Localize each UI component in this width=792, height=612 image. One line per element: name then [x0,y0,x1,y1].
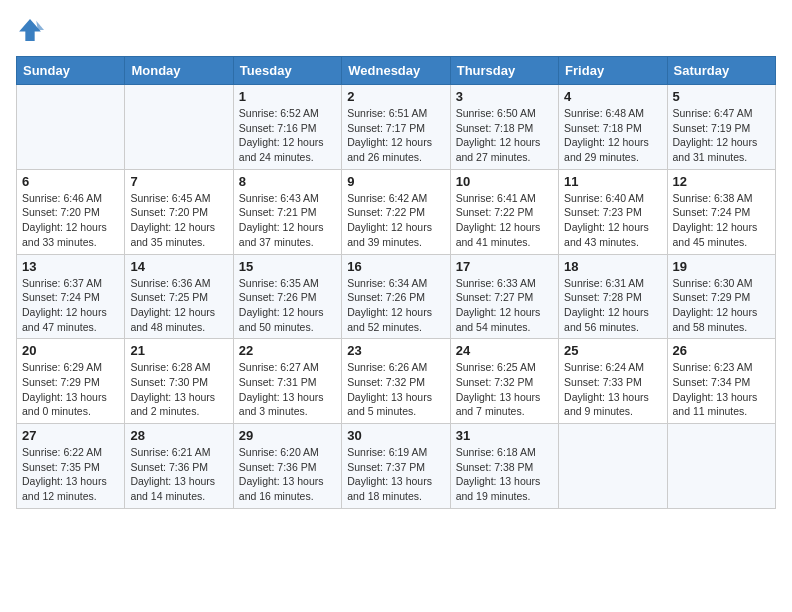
calendar-cell: 23Sunrise: 6:26 AMSunset: 7:32 PMDayligh… [342,339,450,424]
day-number: 13 [22,259,119,274]
day-detail: Sunrise: 6:28 AMSunset: 7:30 PMDaylight:… [130,360,227,419]
calendar-cell: 6Sunrise: 6:46 AMSunset: 7:20 PMDaylight… [17,169,125,254]
day-detail: Sunrise: 6:50 AMSunset: 7:18 PMDaylight:… [456,106,553,165]
calendar-cell: 31Sunrise: 6:18 AMSunset: 7:38 PMDayligh… [450,424,558,509]
day-detail: Sunrise: 6:51 AMSunset: 7:17 PMDaylight:… [347,106,444,165]
day-number: 1 [239,89,336,104]
day-number: 26 [673,343,770,358]
calendar-cell: 28Sunrise: 6:21 AMSunset: 7:36 PMDayligh… [125,424,233,509]
day-number: 12 [673,174,770,189]
calendar-cell: 26Sunrise: 6:23 AMSunset: 7:34 PMDayligh… [667,339,775,424]
calendar-cell: 24Sunrise: 6:25 AMSunset: 7:32 PMDayligh… [450,339,558,424]
day-number: 14 [130,259,227,274]
calendar-cell [17,85,125,170]
week-row-5: 27Sunrise: 6:22 AMSunset: 7:35 PMDayligh… [17,424,776,509]
calendar-cell: 21Sunrise: 6:28 AMSunset: 7:30 PMDayligh… [125,339,233,424]
days-header-row: SundayMondayTuesdayWednesdayThursdayFrid… [17,57,776,85]
day-number: 4 [564,89,661,104]
day-detail: Sunrise: 6:23 AMSunset: 7:34 PMDaylight:… [673,360,770,419]
day-header-friday: Friday [559,57,667,85]
day-detail: Sunrise: 6:34 AMSunset: 7:26 PMDaylight:… [347,276,444,335]
day-detail: Sunrise: 6:38 AMSunset: 7:24 PMDaylight:… [673,191,770,250]
day-number: 22 [239,343,336,358]
week-row-4: 20Sunrise: 6:29 AMSunset: 7:29 PMDayligh… [17,339,776,424]
day-number: 11 [564,174,661,189]
calendar-cell: 10Sunrise: 6:41 AMSunset: 7:22 PMDayligh… [450,169,558,254]
calendar-cell: 27Sunrise: 6:22 AMSunset: 7:35 PMDayligh… [17,424,125,509]
day-detail: Sunrise: 6:18 AMSunset: 7:38 PMDaylight:… [456,445,553,504]
calendar-cell: 13Sunrise: 6:37 AMSunset: 7:24 PMDayligh… [17,254,125,339]
day-number: 30 [347,428,444,443]
day-detail: Sunrise: 6:40 AMSunset: 7:23 PMDaylight:… [564,191,661,250]
logo [16,16,48,44]
day-number: 10 [456,174,553,189]
calendar-cell [559,424,667,509]
calendar-cell: 16Sunrise: 6:34 AMSunset: 7:26 PMDayligh… [342,254,450,339]
calendar-cell: 7Sunrise: 6:45 AMSunset: 7:20 PMDaylight… [125,169,233,254]
day-number: 29 [239,428,336,443]
day-number: 25 [564,343,661,358]
calendar-cell: 17Sunrise: 6:33 AMSunset: 7:27 PMDayligh… [450,254,558,339]
day-detail: Sunrise: 6:21 AMSunset: 7:36 PMDaylight:… [130,445,227,504]
calendar-table: SundayMondayTuesdayWednesdayThursdayFrid… [16,56,776,509]
day-detail: Sunrise: 6:35 AMSunset: 7:26 PMDaylight:… [239,276,336,335]
day-detail: Sunrise: 6:46 AMSunset: 7:20 PMDaylight:… [22,191,119,250]
week-row-2: 6Sunrise: 6:46 AMSunset: 7:20 PMDaylight… [17,169,776,254]
day-number: 28 [130,428,227,443]
day-header-saturday: Saturday [667,57,775,85]
day-detail: Sunrise: 6:42 AMSunset: 7:22 PMDaylight:… [347,191,444,250]
week-row-1: 1Sunrise: 6:52 AMSunset: 7:16 PMDaylight… [17,85,776,170]
calendar-cell [667,424,775,509]
day-detail: Sunrise: 6:20 AMSunset: 7:36 PMDaylight:… [239,445,336,504]
day-header-monday: Monday [125,57,233,85]
calendar-cell: 12Sunrise: 6:38 AMSunset: 7:24 PMDayligh… [667,169,775,254]
day-number: 9 [347,174,444,189]
day-detail: Sunrise: 6:52 AMSunset: 7:16 PMDaylight:… [239,106,336,165]
logo-icon [16,16,44,44]
day-detail: Sunrise: 6:47 AMSunset: 7:19 PMDaylight:… [673,106,770,165]
day-number: 5 [673,89,770,104]
day-number: 7 [130,174,227,189]
calendar-cell: 5Sunrise: 6:47 AMSunset: 7:19 PMDaylight… [667,85,775,170]
day-header-wednesday: Wednesday [342,57,450,85]
day-header-thursday: Thursday [450,57,558,85]
week-row-3: 13Sunrise: 6:37 AMSunset: 7:24 PMDayligh… [17,254,776,339]
calendar-cell: 14Sunrise: 6:36 AMSunset: 7:25 PMDayligh… [125,254,233,339]
day-detail: Sunrise: 6:19 AMSunset: 7:37 PMDaylight:… [347,445,444,504]
day-number: 21 [130,343,227,358]
calendar-cell: 25Sunrise: 6:24 AMSunset: 7:33 PMDayligh… [559,339,667,424]
day-detail: Sunrise: 6:48 AMSunset: 7:18 PMDaylight:… [564,106,661,165]
day-number: 6 [22,174,119,189]
calendar-cell: 15Sunrise: 6:35 AMSunset: 7:26 PMDayligh… [233,254,341,339]
day-detail: Sunrise: 6:27 AMSunset: 7:31 PMDaylight:… [239,360,336,419]
day-detail: Sunrise: 6:43 AMSunset: 7:21 PMDaylight:… [239,191,336,250]
day-detail: Sunrise: 6:36 AMSunset: 7:25 PMDaylight:… [130,276,227,335]
day-number: 15 [239,259,336,274]
day-number: 2 [347,89,444,104]
day-number: 27 [22,428,119,443]
day-header-tuesday: Tuesday [233,57,341,85]
day-detail: Sunrise: 6:22 AMSunset: 7:35 PMDaylight:… [22,445,119,504]
day-detail: Sunrise: 6:37 AMSunset: 7:24 PMDaylight:… [22,276,119,335]
calendar-cell: 4Sunrise: 6:48 AMSunset: 7:18 PMDaylight… [559,85,667,170]
day-detail: Sunrise: 6:33 AMSunset: 7:27 PMDaylight:… [456,276,553,335]
calendar-cell: 8Sunrise: 6:43 AMSunset: 7:21 PMDaylight… [233,169,341,254]
calendar-cell: 2Sunrise: 6:51 AMSunset: 7:17 PMDaylight… [342,85,450,170]
day-number: 23 [347,343,444,358]
day-detail: Sunrise: 6:24 AMSunset: 7:33 PMDaylight:… [564,360,661,419]
calendar-cell: 11Sunrise: 6:40 AMSunset: 7:23 PMDayligh… [559,169,667,254]
calendar-cell: 18Sunrise: 6:31 AMSunset: 7:28 PMDayligh… [559,254,667,339]
day-number: 24 [456,343,553,358]
day-detail: Sunrise: 6:45 AMSunset: 7:20 PMDaylight:… [130,191,227,250]
day-number: 3 [456,89,553,104]
calendar-cell: 30Sunrise: 6:19 AMSunset: 7:37 PMDayligh… [342,424,450,509]
day-number: 31 [456,428,553,443]
calendar-cell [125,85,233,170]
calendar-cell: 19Sunrise: 6:30 AMSunset: 7:29 PMDayligh… [667,254,775,339]
calendar-cell: 3Sunrise: 6:50 AMSunset: 7:18 PMDaylight… [450,85,558,170]
day-header-sunday: Sunday [17,57,125,85]
day-detail: Sunrise: 6:25 AMSunset: 7:32 PMDaylight:… [456,360,553,419]
calendar-cell: 20Sunrise: 6:29 AMSunset: 7:29 PMDayligh… [17,339,125,424]
day-detail: Sunrise: 6:31 AMSunset: 7:28 PMDaylight:… [564,276,661,335]
day-detail: Sunrise: 6:41 AMSunset: 7:22 PMDaylight:… [456,191,553,250]
